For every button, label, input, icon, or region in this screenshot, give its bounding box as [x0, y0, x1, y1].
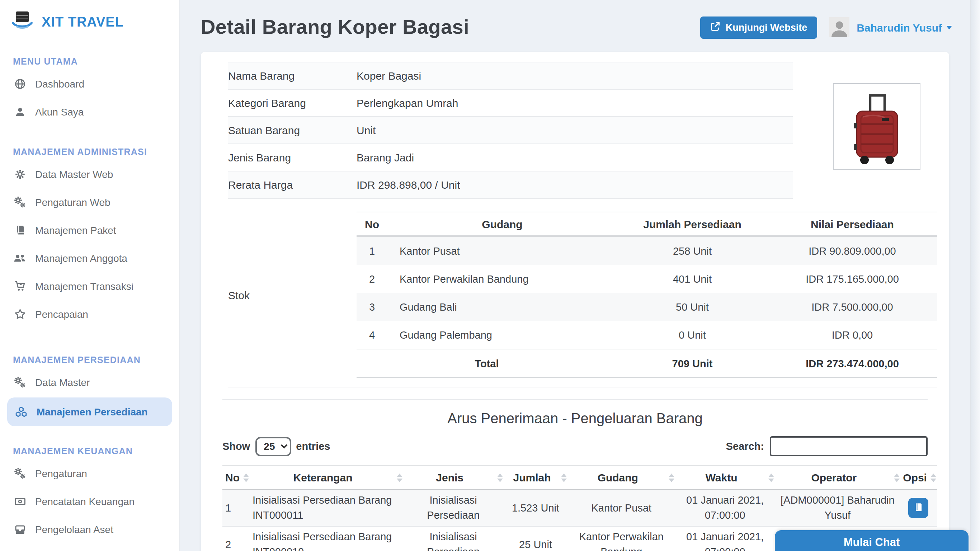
sort-icon	[669, 473, 675, 482]
brand-logo[interactable]: XIT TRAVEL	[0, 0, 179, 41]
detail-value: Perlengkapan Umrah	[356, 97, 793, 109]
flow-header-opsi[interactable]: Opsi	[900, 465, 937, 490]
user-menu[interactable]: Baharudin Yusuf	[857, 21, 952, 33]
flow-row: 1 Inisialisasi Persediaan Barang INT0000…	[223, 490, 937, 526]
stock-cell-gudang: Gudang Palembang	[387, 321, 617, 349]
sidebar-item-akun-saya[interactable]: Akun Saya	[0, 97, 179, 126]
flow-header-gudang[interactable]: Gudang	[568, 465, 675, 490]
stock-total-row: Total 709 Unit IDR 273.474.000,00	[356, 349, 937, 378]
sidebar-item-pengaturan[interactable]: Pengaturan	[0, 459, 179, 487]
flow-cell-keterangan: Inisialisasi Persediaan Barang INT000019	[250, 526, 403, 551]
stock-cell-jumlah: 0 Unit	[617, 321, 768, 349]
stock-header-nilai: Nilai Persediaan	[768, 212, 937, 236]
sidebar-item-manajemen-paket[interactable]: Manajemen Paket	[0, 216, 179, 244]
stock-cell-nilai: IDR 90.809.000,00	[768, 236, 937, 265]
stock-section: Stok No Gudang Jumlah Persediaan Nilai P…	[228, 199, 937, 387]
sidebar-item-manajemen-anggota[interactable]: Manajemen Anggota	[0, 244, 179, 272]
stock-header-jumlah: Jumlah Persediaan	[617, 212, 768, 236]
user-icon	[14, 105, 26, 118]
flow-header-keterangan[interactable]: Keterangan	[250, 465, 403, 490]
stock-header-no: No	[356, 212, 387, 236]
detail-value: Unit	[356, 124, 793, 136]
sort-icon	[769, 473, 775, 482]
sidebar-item-label: Manajemen Transaksi	[35, 280, 134, 291]
stock-row: 2 Kantor Perwakilan Bandung 401 Unit IDR…	[356, 265, 937, 293]
page-length-select[interactable]: 25	[255, 436, 291, 456]
sidebar-item-laporan-keuangan[interactable]: Laporan Keuangan	[0, 543, 179, 551]
stock-header-row: No Gudang Jumlah Persediaan Nilai Persed…	[356, 212, 937, 236]
visit-website-button[interactable]: Kunjungi Website	[700, 16, 818, 38]
product-image	[833, 83, 920, 170]
flow-cell-jenis: Inisialisasi Persediaan	[403, 490, 503, 526]
detail-row: Satuan Barang Unit	[228, 117, 793, 144]
gears-icon	[14, 467, 26, 479]
gear-icon	[14, 168, 26, 180]
stock-header-gudang: Gudang	[387, 212, 617, 236]
flow-cell-waktu: 01 Januari 2021, 07:00:00	[675, 526, 775, 551]
section-divider	[223, 399, 928, 400]
flow-header-jenis[interactable]: Jenis	[403, 465, 503, 490]
user-name: Baharudin Yusuf	[857, 21, 942, 33]
start-chat-button[interactable]: Mulai Chat	[775, 530, 969, 551]
detail-value: IDR 298.898,00 / Unit	[356, 178, 793, 191]
flow-cell-operator: [ADM000001] Baharudin Yusuf	[775, 490, 900, 526]
detail-value: Barang Jadi	[356, 151, 793, 164]
sidebar-item-manajemen-transaksi[interactable]: Manajemen Transaksi	[0, 272, 179, 300]
visit-website-label: Kunjungi Website	[725, 22, 807, 33]
sort-icon	[397, 473, 402, 482]
sidebar-item-label: Data Master	[35, 376, 90, 388]
stock-cell-no: 3	[356, 293, 387, 321]
stock-cell-no: 1	[356, 236, 387, 265]
flow-cell-jumlah: 1.523 Unit	[503, 490, 568, 526]
external-link-icon	[711, 21, 721, 33]
avatar[interactable]	[829, 17, 850, 37]
sidebar-item-pengelolaan-aset[interactable]: Pengelolaan Aset	[0, 515, 179, 543]
detail-label: Satuan Barang	[228, 124, 356, 136]
stock-cell-no: 2	[356, 265, 387, 293]
flow-cell-keterangan: Inisialisasi Persediaan Barang INT000011	[250, 490, 403, 526]
detail-card: Nama Barang Koper Bagasi Kategori Barang…	[201, 52, 949, 551]
search-input[interactable]	[770, 436, 928, 456]
flow-cell-jumlah: 25 Unit	[503, 526, 568, 551]
item-detail-list: Nama Barang Koper Bagasi Kategori Barang…	[228, 62, 928, 199]
sidebar-section-manajemen-keuangan: MANAJEMEN KEUANGAN	[13, 446, 167, 456]
flow-header-waktu[interactable]: Waktu	[675, 465, 775, 490]
stock-table: No Gudang Jumlah Persediaan Nilai Persed…	[356, 212, 937, 378]
sidebar-item-data-master-web[interactable]: Data Master Web	[0, 160, 179, 188]
sidebar-item-pengaturan-web[interactable]: Pengaturan Web	[0, 188, 179, 216]
stock-total-label: Total	[356, 349, 617, 378]
stock-total-nilai: IDR 273.474.000,00	[768, 349, 937, 378]
page-scrollbar[interactable]	[970, 0, 980, 551]
log-book-icon	[914, 502, 924, 514]
flow-header-jumlah[interactable]: Jumlah	[503, 465, 568, 490]
sort-icon	[894, 473, 899, 482]
sidebar-item-pencatatan-keuangan[interactable]: Pencatatan Keuangan	[0, 487, 179, 515]
detail-row: Jenis Barang Barang Jadi	[228, 144, 793, 172]
flow-cell-no: 1	[223, 490, 250, 526]
sidebar-item-label: Dashboard	[35, 78, 84, 89]
sort-icon	[243, 473, 249, 482]
log-button[interactable]	[908, 498, 929, 518]
sidebar-section-menu-utama: MENU UTAMA	[13, 57, 167, 67]
sidebar-item-data-master[interactable]: Data Master	[0, 368, 179, 396]
globe-icon	[14, 78, 26, 90]
flow-section-title: Arus Penerimaan - Pengeluaran Barang	[223, 410, 928, 427]
stock-cell-nilai: IDR 0,00	[768, 321, 937, 349]
flow-cell-jenis: Inisialisasi Persediaan	[403, 526, 503, 551]
sidebar-item-pencapaian[interactable]: Pencapaian	[0, 300, 179, 328]
app-root: XIT TRAVEL MENU UTAMA Dashboard Akun Say…	[0, 0, 980, 551]
entries-label: entries	[296, 441, 330, 452]
sidebar-item-manajemen-persediaan[interactable]: Manajemen Persediaan	[7, 398, 172, 426]
brand-name: XIT TRAVEL	[41, 14, 124, 30]
search-label: Search:	[726, 441, 764, 452]
stock-label: Stok	[228, 212, 356, 378]
main-content: Detail Barang Koper Bagasi Kunjungi Webs…	[179, 0, 970, 551]
sidebar-item-dashboard[interactable]: Dashboard	[0, 70, 179, 97]
flow-header-operator[interactable]: Operator	[775, 465, 900, 490]
stock-cell-jumlah: 258 Unit	[617, 236, 768, 265]
detail-label: Nama Barang	[228, 70, 356, 82]
chevron-down-icon	[946, 25, 952, 29]
stock-cell-no: 4	[356, 321, 387, 349]
flow-header-no[interactable]: No	[223, 465, 250, 490]
sidebar: XIT TRAVEL MENU UTAMA Dashboard Akun Say…	[0, 0, 179, 551]
